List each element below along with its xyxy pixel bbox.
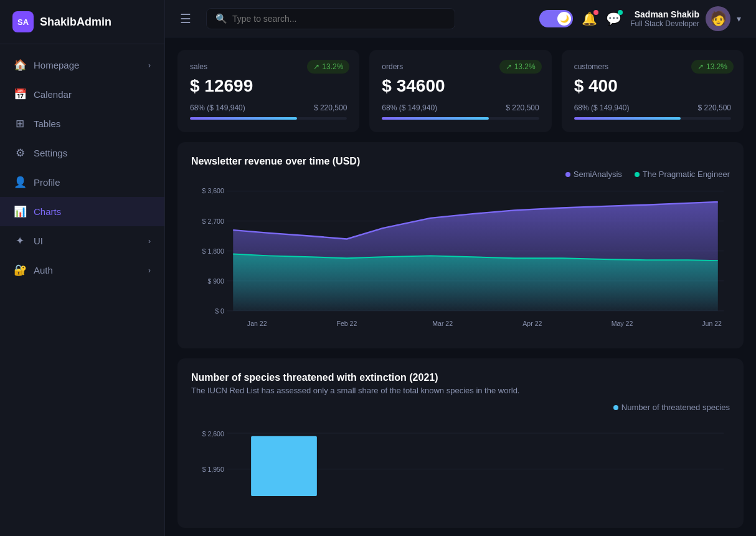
stat-footer-customers: 68% ($ 149,940) $ 220,500	[574, 103, 731, 112]
nav-label-calendar: Calendar	[34, 89, 72, 100]
svg-text:Apr 22: Apr 22	[522, 320, 542, 327]
nav-icon-charts: 📊	[14, 205, 26, 218]
sidebar-item-calendar[interactable]: 📅 Calendar	[0, 80, 164, 109]
user-info[interactable]: Sadman Shakib Full Stack Developer 🧑 ▾	[630, 6, 741, 31]
nav-label-profile: Profile	[34, 177, 60, 188]
progress-fill-customers	[574, 117, 681, 120]
header: ☰ 🔍 🌙 🔔 💬 Sadman Shakib Full	[165, 0, 756, 37]
nav-label-auth: Auth	[34, 265, 53, 275]
sidebar-item-charts[interactable]: 📊 Charts	[0, 197, 164, 226]
chevron-down-icon: ▾	[737, 14, 741, 24]
stat-value-orders: $ 34600	[382, 76, 539, 96]
arrow-up-icon: ↗	[313, 62, 319, 71]
notifications-button[interactable]: 🔔	[582, 11, 597, 26]
nav-arrow: ›	[148, 237, 151, 246]
progress-fill-sales	[190, 117, 297, 120]
legend-pragmatic: The Pragmatic Engineer	[635, 170, 730, 179]
toggle-circle: 🌙	[557, 12, 571, 26]
message-dot	[618, 10, 623, 15]
stat-value-customers: $ 400	[574, 76, 731, 96]
svg-text:Mar 22: Mar 22	[432, 320, 453, 327]
logo-text: ShakibAdmin	[40, 16, 111, 29]
revenue-chart-title: Newsletter revenue over time (USD)	[191, 156, 730, 167]
svg-text:Jan 22: Jan 22	[247, 320, 267, 327]
progress-bar-sales	[190, 117, 347, 120]
legend-semi: SemiAnalysis	[565, 170, 622, 179]
revenue-chart-svg: $ 3,600 $ 2,700 $ 1,800 $ 900 $ 0 Jan 22…	[191, 185, 730, 335]
stat-footer-right: $ 220,500	[506, 103, 539, 112]
arrow-up-icon: ↗	[697, 62, 704, 71]
stat-value-sales: $ 12699	[190, 76, 347, 96]
logo-avatar: SA	[12, 11, 34, 32]
nav-icon-auth: 🔐	[14, 264, 26, 277]
nav-icon-profile: 👤	[14, 176, 26, 189]
species-chart-subtitle: The IUCN Red List has assessed only a sm…	[191, 386, 730, 395]
dark-mode-toggle[interactable]: 🌙	[539, 10, 573, 27]
species-chart-svg: $ 2,600 $ 1,950	[191, 418, 730, 514]
stat-footer-sales: 68% ($ 149,940) $ 220,500	[190, 103, 347, 112]
sidebar-item-homepage[interactable]: 🏠 Homepage ›	[0, 50, 164, 80]
progress-bar-customers	[574, 117, 731, 120]
stat-footer-left: 68% ($ 149,940)	[574, 103, 630, 112]
nav-label-tables: Tables	[34, 118, 60, 129]
svg-text:$ 1,950: $ 1,950	[202, 466, 224, 474]
nav-icon-calendar: 📅	[14, 88, 26, 101]
stat-footer-orders: 68% ($ 149,940) $ 220,500	[382, 103, 539, 112]
sidebar-nav: 🏠 Homepage › 📅 Calendar ⊞ Tables ⚙ Setti…	[0, 44, 164, 536]
svg-text:$ 3,600: $ 3,600	[202, 187, 224, 194]
svg-text:$ 900: $ 900	[207, 277, 224, 285]
nav-icon-settings: ⚙	[14, 146, 26, 160]
stat-card-sales: sales ↗ 13.2% $ 12699 68% ($ 149,940) $ …	[177, 50, 359, 132]
user-text: Sadman Shakib Full Stack Developer	[630, 9, 699, 28]
progress-bar-orders	[382, 117, 539, 120]
stat-footer-right: $ 220,500	[314, 103, 347, 112]
user-name: Sadman Shakib	[630, 9, 699, 19]
stat-badge-customers: ↗ 13.2%	[691, 60, 734, 74]
stat-card-orders: orders ↗ 13.2% $ 34600 68% ($ 149,940) $…	[369, 50, 551, 132]
search-icon: 🔍	[215, 13, 227, 24]
messages-button[interactable]: 💬	[606, 11, 621, 26]
search-box: 🔍	[206, 8, 455, 29]
user-role: Full Stack Developer	[630, 19, 699, 28]
avatar: 🧑	[706, 6, 730, 31]
notification-dot	[593, 10, 598, 15]
sidebar-item-profile[interactable]: 👤 Profile	[0, 168, 164, 197]
stat-badge-sales: ↗ 13.2%	[307, 60, 349, 74]
content-area: sales ↗ 13.2% $ 12699 68% ($ 149,940) $ …	[165, 37, 756, 536]
nav-label-homepage: Homepage	[34, 60, 79, 70]
species-chart-title: Number of species threatened with extinc…	[191, 372, 730, 383]
species-chart-legend: Number of threatened species	[191, 403, 730, 412]
arrow-up-icon: ↗	[506, 62, 512, 71]
svg-text:$ 0: $ 0	[215, 307, 224, 315]
sidebar-item-tables[interactable]: ⊞ Tables	[0, 109, 164, 138]
svg-text:$ 2,700: $ 2,700	[202, 218, 224, 225]
header-right: 🌙 🔔 💬 Sadman Shakib Full Stack Developer…	[539, 6, 741, 31]
stat-card-customers: customers ↗ 13.2% $ 400 68% ($ 149,940) …	[562, 50, 744, 132]
sidebar-logo: SA ShakibAdmin	[0, 0, 164, 44]
svg-text:Jun 22: Jun 22	[702, 320, 722, 327]
stat-footer-left: 68% ($ 149,940)	[382, 103, 437, 112]
nav-arrow: ›	[148, 61, 151, 70]
stat-badge-orders: ↗ 13.2%	[499, 60, 542, 74]
svg-text:$ 1,800: $ 1,800	[202, 247, 224, 255]
svg-text:$ 2,600: $ 2,600	[202, 430, 224, 438]
sidebar-item-settings[interactable]: ⚙ Settings	[0, 138, 164, 168]
search-input[interactable]	[232, 14, 446, 24]
nav-icon-homepage: 🏠	[14, 59, 26, 72]
nav-label-ui: UI	[34, 236, 43, 246]
svg-text:May 22: May 22	[612, 320, 633, 327]
svg-rect-20	[251, 436, 317, 496]
svg-text:Feb 22: Feb 22	[336, 320, 357, 327]
species-chart-card: Number of species threatened with extinc…	[177, 358, 744, 528]
nav-label-charts: Charts	[34, 206, 61, 217]
stats-row: sales ↗ 13.2% $ 12699 68% ($ 149,940) $ …	[177, 50, 744, 132]
sidebar-item-ui[interactable]: ✦ UI ›	[0, 226, 164, 256]
legend-threatened: Number of threatened species	[613, 403, 730, 412]
nav-icon-ui: ✦	[14, 234, 26, 247]
hamburger-button[interactable]: ☰	[180, 11, 191, 26]
nav-label-settings: Settings	[34, 148, 67, 158]
stat-footer-right: $ 220,500	[698, 103, 731, 112]
revenue-chart-card: Newsletter revenue over time (USD) SemiA…	[177, 142, 744, 348]
revenue-chart-legend: SemiAnalysis The Pragmatic Engineer	[191, 170, 730, 179]
sidebar-item-auth[interactable]: 🔐 Auth ›	[0, 256, 164, 285]
